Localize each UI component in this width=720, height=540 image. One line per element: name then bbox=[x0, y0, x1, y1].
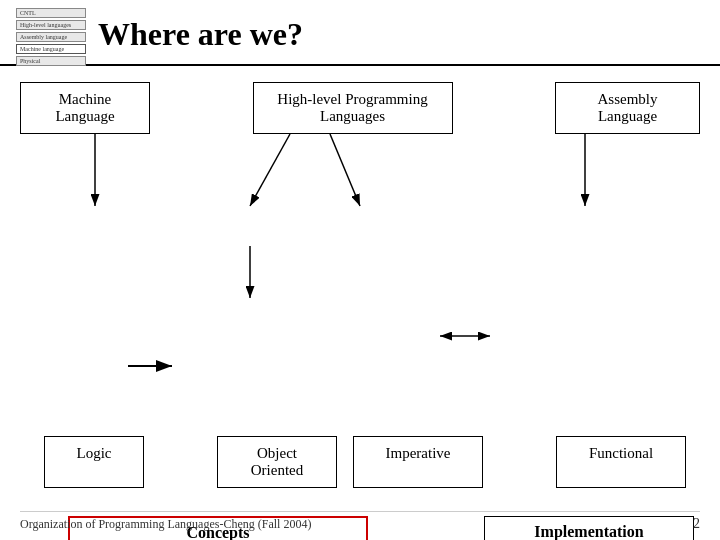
mid-row: Logic ObjectOriented Imperative Function… bbox=[20, 436, 700, 488]
assembly-language-box: AssemblyLanguage bbox=[555, 82, 700, 134]
stack-item-4: Machine language bbox=[16, 44, 86, 54]
stack-item-2: High-level languages bbox=[16, 20, 86, 30]
footer-label: Organization of Programming Languages-Ch… bbox=[20, 517, 311, 532]
assembly-language-label: AssemblyLanguage bbox=[598, 91, 658, 124]
svg-line-3 bbox=[250, 134, 290, 206]
page-title: Where are we? bbox=[98, 16, 303, 53]
object-oriented-label: ObjectOriented bbox=[251, 445, 303, 478]
high-level-box: High-level ProgrammingLanguages bbox=[253, 82, 453, 134]
logic-box: Logic bbox=[44, 436, 144, 488]
object-oriented-box: ObjectOriented bbox=[217, 436, 337, 488]
stack-item-3: Assembly language bbox=[16, 32, 86, 42]
footer: Organization of Programming Languages-Ch… bbox=[20, 511, 700, 532]
center-boxes: ObjectOriented Imperative bbox=[217, 436, 483, 488]
svg-line-4 bbox=[330, 134, 360, 206]
functional-box: Functional bbox=[556, 436, 686, 488]
machine-language-box: Machine Language bbox=[20, 82, 150, 134]
stack-item-5: Physical bbox=[16, 56, 86, 66]
header: CNTL High-level languages Assembly langu… bbox=[0, 0, 720, 66]
diagram-area: Machine Language High-level ProgrammingL… bbox=[20, 82, 700, 540]
functional-label: Functional bbox=[589, 445, 653, 461]
machine-language-label: Machine Language bbox=[55, 91, 114, 124]
stack-diagram: CNTL High-level languages Assembly langu… bbox=[16, 8, 86, 60]
imperative-label: Imperative bbox=[386, 445, 451, 461]
stack-item-1: CNTL bbox=[16, 8, 86, 18]
footer-page: 2 bbox=[693, 516, 700, 532]
high-level-label: High-level ProgrammingLanguages bbox=[277, 91, 427, 124]
top-row: Machine Language High-level ProgrammingL… bbox=[20, 82, 700, 134]
main-content: Machine Language High-level ProgrammingL… bbox=[0, 66, 720, 540]
imperative-box: Imperative bbox=[353, 436, 483, 488]
logic-label: Logic bbox=[77, 445, 112, 461]
